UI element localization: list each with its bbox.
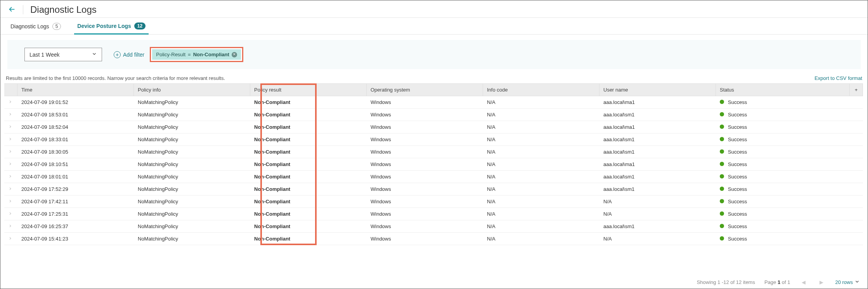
chevron-down-icon (854, 279, 860, 286)
table-row[interactable]: 2024-07-09 18:53:01NoMatchingPolicyNon-C… (4, 109, 863, 121)
page-indicator: Page 1 of 1 (764, 279, 790, 285)
table-row[interactable]: 2024-07-09 18:01:01NoMatchingPolicyNon-C… (4, 171, 863, 183)
expand-row-icon[interactable] (4, 171, 17, 183)
status-success-icon (720, 100, 724, 104)
cell-user-name: aaa.local\sm1 (599, 133, 716, 145)
table-row[interactable]: 2024-07-09 18:52:04NoMatchingPolicyNon-C… (4, 121, 863, 133)
cell-status: Success (716, 220, 850, 232)
expand-row-icon[interactable] (4, 196, 17, 208)
table-header: Time Policy info Policy result Operating… (4, 83, 863, 96)
table-row[interactable]: 2024-07-09 17:25:31NoMatchingPolicyNon-C… (4, 208, 863, 220)
rows-per-page-select[interactable]: 20 rows (835, 279, 860, 286)
col-time[interactable]: Time (17, 84, 134, 96)
table-row[interactable]: 2024-07-09 17:52:29NoMatchingPolicyNon-C… (4, 183, 863, 196)
chip-value: Non-Compliant (193, 52, 229, 57)
tab-label: Device Posture Logs (77, 23, 131, 29)
message-row: Results are limited to the first 10000 r… (0, 69, 868, 83)
prev-page-button[interactable]: ◀ (799, 279, 808, 285)
next-page-button[interactable]: ▶ (817, 279, 826, 285)
cell-info-code: N/A (483, 109, 599, 121)
cell-operating-system: Windows (367, 121, 483, 133)
expand-row-icon[interactable] (4, 208, 17, 220)
expand-row-icon[interactable] (4, 96, 17, 108)
cell-info-code: N/A (483, 233, 599, 245)
cell-policy-result: Non-Compliant (250, 208, 367, 220)
table-row[interactable]: 2024-07-09 16:25:37NoMatchingPolicyNon-C… (4, 220, 863, 233)
cell-policy-info: NoMatchingPolicy (134, 96, 250, 108)
tab-device-posture-logs[interactable]: Device Posture Logs 12 (74, 18, 149, 35)
status-success-icon (720, 199, 724, 203)
status-success-icon (720, 174, 724, 178)
cell-policy-result: Non-Compliant (250, 233, 367, 245)
col-operating-system[interactable]: Operating system (367, 84, 483, 96)
cell-policy-info: NoMatchingPolicy (134, 171, 250, 183)
cell-status: Success (716, 109, 850, 121)
add-filter-button[interactable]: + Add filter (114, 51, 144, 58)
chip-remove-icon[interactable]: ✕ (232, 52, 237, 57)
status-success-icon (720, 224, 724, 228)
cell-user-name: aaa.local\sm1 (599, 171, 716, 183)
cell-user-name: N/A (599, 196, 716, 208)
table-row[interactable]: 2024-07-09 17:42:11NoMatchingPolicyNon-C… (4, 196, 863, 208)
expand-row-icon[interactable] (4, 109, 17, 121)
cell-user-name: aaa.local\ma1 (599, 121, 716, 133)
time-range-select[interactable]: Last 1 Week (24, 48, 102, 61)
col-policy-result[interactable]: Policy result (250, 84, 367, 96)
expand-row-icon[interactable] (4, 133, 17, 145)
col-info-code[interactable]: Info code (483, 84, 599, 96)
cell-time: 2024-07-09 17:52:29 (17, 183, 134, 195)
cell-policy-info: NoMatchingPolicy (134, 183, 250, 195)
export-csv-link[interactable]: Export to CSV format (814, 75, 862, 81)
back-icon[interactable] (7, 5, 16, 15)
cell-operating-system: Windows (367, 171, 483, 183)
col-user-name[interactable]: User name (599, 84, 716, 96)
chip-op: = (188, 52, 191, 57)
col-policy-info[interactable]: Policy info (134, 84, 250, 96)
cell-user-name: aaa.local\sm1 (599, 220, 716, 232)
table-row[interactable]: 2024-07-09 19:01:52NoMatchingPolicyNon-C… (4, 96, 863, 109)
expand-row-icon[interactable] (4, 121, 17, 133)
tabs: Diagnostic Logs 5 Device Posture Logs 12 (0, 18, 868, 35)
cell-user-name: aaa.local\sm1 (599, 183, 716, 195)
cell-operating-system: Windows (367, 133, 483, 145)
logs-table: Time Policy info Policy result Operating… (4, 83, 863, 245)
table-area: Time Policy info Policy result Operating… (0, 83, 868, 245)
filter-bar: Last 1 Week + Add filter Policy-Result =… (7, 40, 861, 69)
cell-policy-info: NoMatchingPolicy (134, 208, 250, 220)
cell-operating-system: Windows (367, 233, 483, 245)
cell-info-code: N/A (483, 146, 599, 158)
cell-policy-result: Non-Compliant (250, 183, 367, 195)
col-status[interactable]: Status (716, 84, 850, 96)
table-row[interactable]: 2024-07-09 18:33:01NoMatchingPolicyNon-C… (4, 133, 863, 146)
expand-row-icon[interactable] (4, 158, 17, 170)
add-column-button[interactable]: + (850, 84, 863, 96)
cell-policy-info: NoMatchingPolicy (134, 220, 250, 232)
expand-row-icon[interactable] (4, 220, 17, 232)
cell-status: Success (716, 133, 850, 145)
cell-operating-system: Windows (367, 96, 483, 108)
cell-policy-info: NoMatchingPolicy (134, 109, 250, 121)
cell-time: 2024-07-09 19:01:52 (17, 96, 134, 108)
cell-time: 2024-07-09 18:30:05 (17, 146, 134, 158)
cell-info-code: N/A (483, 133, 599, 145)
highlight-box-filter: Policy-Result = Non-Compliant ✕ (150, 47, 243, 62)
cell-user-name: aaa.local\sm1 (599, 109, 716, 121)
cell-status: Success (716, 158, 850, 170)
cell-policy-info: NoMatchingPolicy (134, 133, 250, 145)
filter-chip-policy-result[interactable]: Policy-Result = Non-Compliant ✕ (152, 49, 241, 60)
table-row[interactable]: 2024-07-09 18:30:05NoMatchingPolicyNon-C… (4, 146, 863, 158)
expand-row-icon[interactable] (4, 183, 17, 195)
cell-user-name: aaa.local\sm1 (599, 146, 716, 158)
cell-info-code: N/A (483, 171, 599, 183)
page-title: Diagnostic Logs (30, 4, 97, 15)
chevron-down-icon (92, 51, 97, 58)
expand-row-icon[interactable] (4, 233, 17, 245)
cell-time: 2024-07-09 18:10:51 (17, 158, 134, 170)
status-success-icon (720, 236, 724, 241)
table-row[interactable]: 2024-07-09 15:41:23NoMatchingPolicyNon-C… (4, 233, 863, 245)
table-row[interactable]: 2024-07-09 18:10:51NoMatchingPolicyNon-C… (4, 158, 863, 171)
expand-row-icon[interactable] (4, 146, 17, 158)
cell-user-name: aaa.local\ma1 (599, 158, 716, 170)
tab-diagnostic-logs[interactable]: Diagnostic Logs 5 (7, 18, 64, 34)
cell-policy-result: Non-Compliant (250, 220, 367, 232)
